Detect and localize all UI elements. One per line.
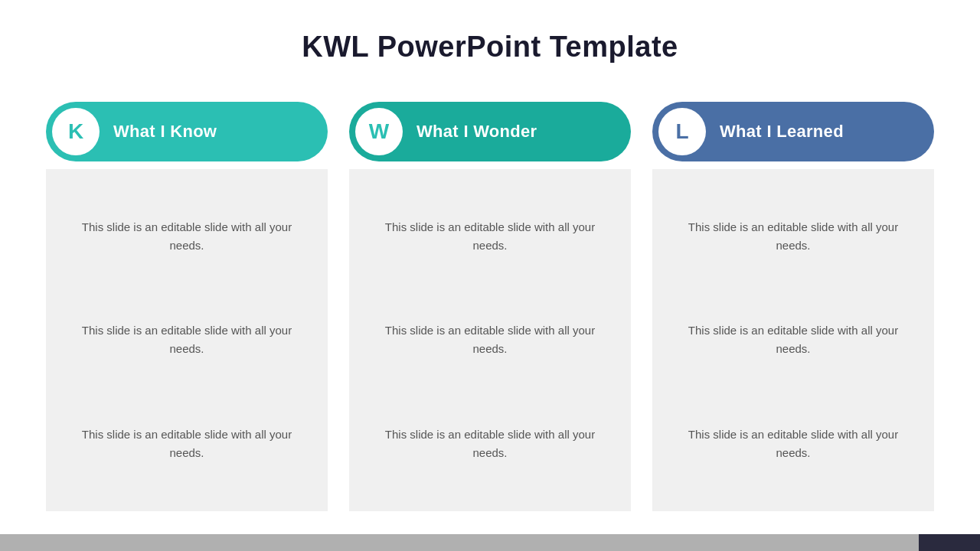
column-w-title: What I Wonder <box>416 122 537 142</box>
column-k-letter: K <box>52 108 100 155</box>
column-w-header: W What I Wonder <box>349 102 631 161</box>
list-item: This slide is an editable slide with all… <box>64 314 309 366</box>
column-w-letter: W <box>355 108 403 155</box>
column-k-header: K What I Know <box>46 102 328 161</box>
list-item: This slide is an editable slide with all… <box>64 418 309 470</box>
column-l-title: What I Learned <box>720 122 844 142</box>
column-l-header: L What I Learned <box>652 102 934 161</box>
column-w: W What I Wonder This slide is an editabl… <box>349 102 631 511</box>
slide-container: KWL PowerPoint Template K What I Know Th… <box>0 0 980 534</box>
column-w-content: This slide is an editable slide with all… <box>349 169 631 511</box>
column-l-content: This slide is an editable slide with all… <box>652 169 934 511</box>
column-k-content: This slide is an editable slide with all… <box>46 169 328 511</box>
column-l: L What I Learned This slide is an editab… <box>652 102 934 511</box>
bottom-bar <box>0 534 980 551</box>
list-item: This slide is an editable slide with all… <box>671 418 916 470</box>
list-item: This slide is an editable slide with all… <box>671 210 916 262</box>
column-k: K What I Know This slide is an editable … <box>46 102 328 511</box>
columns-container: K What I Know This slide is an editable … <box>46 102 934 511</box>
column-k-title: What I Know <box>113 122 217 142</box>
list-item: This slide is an editable slide with all… <box>368 418 612 470</box>
column-l-letter: L <box>658 108 706 155</box>
slide-title: KWL PowerPoint Template <box>46 31 934 64</box>
bottom-bar-accent <box>919 534 980 551</box>
list-item: This slide is an editable slide with all… <box>64 210 309 262</box>
list-item: This slide is an editable slide with all… <box>368 314 612 366</box>
list-item: This slide is an editable slide with all… <box>671 314 916 366</box>
list-item: This slide is an editable slide with all… <box>368 210 612 262</box>
